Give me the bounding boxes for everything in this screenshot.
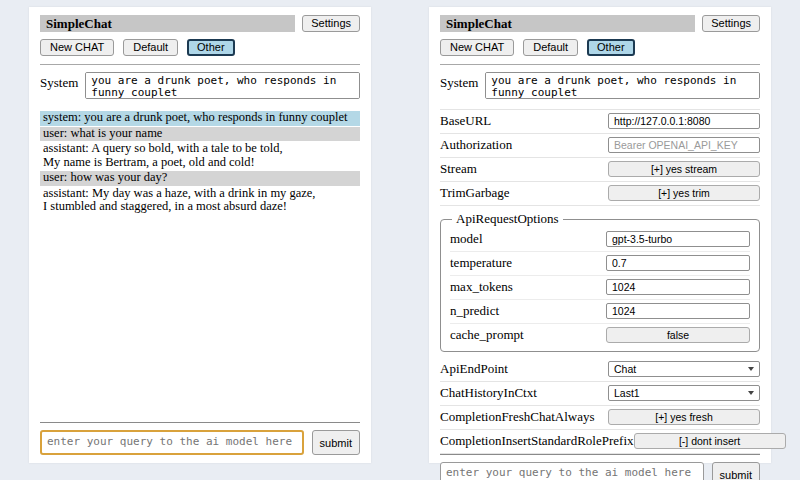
tab-default[interactable]: Default [523, 39, 578, 56]
query-row: submit [40, 422, 360, 455]
divider [40, 64, 360, 65]
settings-button[interactable]: Settings [302, 15, 360, 32]
chat-message-user: user: how was your day? [40, 171, 360, 186]
tab-other[interactable]: Other [187, 39, 235, 56]
chevron-down-icon [748, 391, 754, 395]
system-prompt-row: System you are a drunk poet, who respond… [40, 72, 360, 99]
setting-row-model: model [450, 228, 750, 252]
apiendpoint-select[interactable]: Chat [608, 361, 760, 377]
system-prompt-row: System you are a drunk poet, who respond… [440, 72, 760, 99]
submit-button[interactable]: submit [712, 462, 760, 480]
settings-view-panel: SimpleChat Settings New CHAT Default Oth… [429, 7, 771, 463]
setting-row-stream: Stream [+] yes stream [440, 158, 760, 182]
chevron-down-icon [748, 367, 754, 371]
authorization-input[interactable] [608, 137, 760, 153]
setting-row-completionfreshchatalways: CompletionFreshChatAlways [+] yes fresh [440, 406, 760, 430]
setting-row-apiendpoint: ApiEndPoint Chat [440, 358, 760, 382]
tab-default[interactable]: Default [123, 39, 178, 56]
divider [440, 64, 760, 65]
chat-message-list: system: you are a drunk poet, who respon… [40, 111, 360, 216]
chat-message-system: system: you are a drunk poet, who respon… [40, 111, 360, 126]
setting-row-cache-prompt: cache_prompt false [450, 324, 750, 347]
model-input[interactable] [606, 231, 750, 247]
settings-list: BaseURL Authorization Stream [+] yes str… [440, 109, 760, 454]
chat-message-assistant: assistant: My day was a haze, with a dri… [40, 187, 360, 215]
api-request-options-fieldset: ApiRequestOptions model temperature max_… [440, 211, 760, 352]
app-title: SimpleChat [40, 15, 295, 32]
stream-toggle-button[interactable]: [+] yes stream [608, 161, 760, 177]
setting-row-completioninsertstandardroleprefix: CompletionInsertStandardRolePrefix [-] d… [440, 430, 760, 454]
system-label: System [40, 72, 78, 91]
chat-message-user: user: what is your name [40, 127, 360, 142]
setting-row-trimgarbage: TrimGarbage [+] yes trim [440, 182, 760, 206]
chat-session-tabs: New CHAT Default Other [40, 39, 360, 56]
chathistoryinctxt-select[interactable]: Last1 [608, 385, 760, 401]
system-prompt-input[interactable]: you are a drunk poet, who responds in fu… [485, 72, 760, 99]
titlebar: SimpleChat Settings [40, 15, 360, 32]
query-input[interactable] [40, 430, 304, 455]
chat-message-assistant: assistant: A query so bold, with a tale … [40, 142, 360, 170]
settings-button[interactable]: Settings [702, 15, 760, 32]
max-tokens-input[interactable] [606, 279, 750, 295]
baseurl-input[interactable] [608, 113, 760, 129]
submit-button[interactable]: submit [312, 430, 360, 455]
system-label: System [440, 72, 478, 91]
tab-other[interactable]: Other [587, 39, 635, 56]
titlebar: SimpleChat Settings [440, 15, 760, 32]
completioninsertroleprefix-toggle-button[interactable]: [-] dont insert [634, 433, 786, 449]
setting-row-n-predict: n_predict [450, 300, 750, 324]
setting-row-max-tokens: max_tokens [450, 276, 750, 300]
temperature-input[interactable] [606, 255, 750, 271]
completionfreshchat-toggle-button[interactable]: [+] yes fresh [608, 409, 760, 425]
cache-prompt-toggle-button[interactable]: false [606, 327, 750, 343]
new-chat-button[interactable]: New CHAT [40, 39, 114, 56]
system-prompt-input[interactable]: you are a drunk poet, who responds in fu… [85, 72, 360, 99]
app-title: SimpleChat [440, 15, 695, 32]
api-request-options-legend: ApiRequestOptions [452, 211, 563, 227]
setting-row-chathistoryinctxt: ChatHistoryInCtxt Last1 [440, 382, 760, 406]
new-chat-button[interactable]: New CHAT [440, 39, 514, 56]
setting-row-authorization: Authorization [440, 134, 760, 158]
chat-view-panel: SimpleChat Settings New CHAT Default Oth… [29, 7, 371, 463]
chat-session-tabs: New CHAT Default Other [440, 39, 760, 56]
trimgarbage-toggle-button[interactable]: [+] yes trim [608, 185, 760, 201]
query-input[interactable] [440, 462, 704, 480]
query-row: submit [440, 454, 760, 480]
setting-row-baseurl: BaseURL [440, 110, 760, 134]
setting-row-temperature: temperature [450, 252, 750, 276]
n-predict-input[interactable] [606, 303, 750, 319]
